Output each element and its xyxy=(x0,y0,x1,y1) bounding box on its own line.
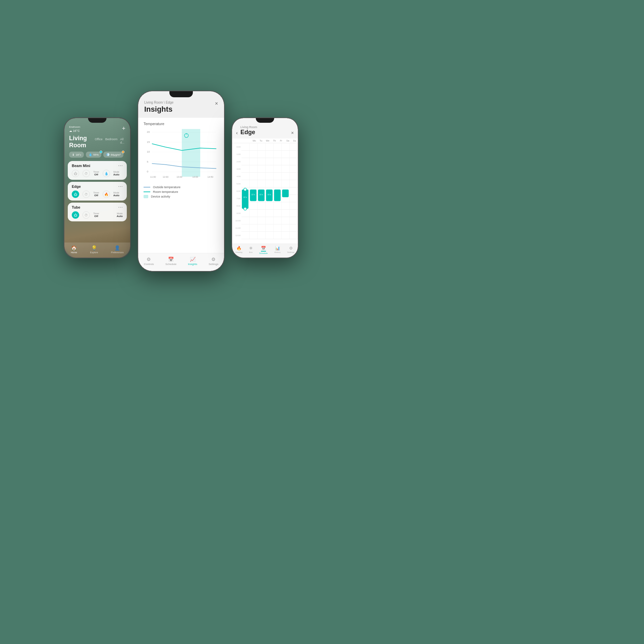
beam-mini-power[interactable]: ⏻ xyxy=(72,170,79,177)
center-power-btn[interactable] xyxy=(224,121,225,133)
beam-mini-timer-label: Timer Off xyxy=(93,171,99,176)
city-label: Eindhoven xyxy=(69,125,80,129)
chart-legend: Outside temperature Room temperature Dev… xyxy=(144,185,219,198)
explore-icon: 💡 xyxy=(91,245,97,251)
nav-explore-label: Explore xyxy=(90,251,98,254)
center-nav-settings[interactable]: ⚙ Settings xyxy=(209,257,218,266)
day-we: We xyxy=(264,139,271,143)
time-8: 8:00 xyxy=(232,202,241,210)
right-nav-heating[interactable]: 🔥 Heating xyxy=(235,246,243,254)
temp-label: ☁ 16°C xyxy=(69,129,80,133)
schedule-nav-icon: 📅 xyxy=(261,246,266,252)
right-settings-icon: ⚙ xyxy=(289,246,293,251)
tube-timer-label: Timer Off xyxy=(93,212,99,218)
warning-badge xyxy=(122,151,124,153)
tube-power[interactable]: ⏻ xyxy=(72,211,79,219)
svg-text:12:00: 12:00 xyxy=(163,176,168,178)
edge-flame[interactable]: 🔥 xyxy=(103,191,110,198)
right-nav-history[interactable]: 📊 History xyxy=(274,246,281,254)
center-nav-insights-label: Insights xyxy=(188,263,197,266)
edge-menu[interactable]: ⋯ xyxy=(118,185,123,188)
sched-row-11 xyxy=(241,224,298,232)
day-th: Th xyxy=(271,139,278,143)
time-9: 9:00 xyxy=(232,210,241,217)
thermometer-icon: 🌡 xyxy=(72,153,75,156)
time-12: 12:00 xyxy=(232,232,241,239)
sched-row-5 xyxy=(241,180,298,187)
right-power-btn[interactable] xyxy=(298,148,299,160)
time-0: 0:00 xyxy=(232,143,241,151)
center-nav-settings-label: Settings xyxy=(209,263,218,266)
sched-row-8 xyxy=(241,202,298,210)
sched-row-3 xyxy=(241,165,298,173)
device-cards: Beam Mini ⋯ ⏻ ⏱ Timer Off 💧 xyxy=(64,161,130,243)
right-nav-settings[interactable]: ⚙ Settings xyxy=(287,246,294,254)
svg-text:20: 20 xyxy=(147,130,150,133)
all-tab[interactable]: All d... xyxy=(120,138,125,144)
tube-menu[interactable]: ⋯ xyxy=(118,206,123,209)
right-close-button[interactable]: × xyxy=(291,130,294,136)
right-nav-schedule[interactable]: 📅 Schedule xyxy=(259,246,268,254)
air-value: 64μg/m² xyxy=(111,153,121,156)
nav-preferences[interactable]: 👤 Preferences xyxy=(111,245,124,254)
time-3: 3:00 xyxy=(232,165,241,173)
close-button[interactable]: × xyxy=(215,101,218,107)
notch xyxy=(88,118,107,123)
weather-icon: ☁ xyxy=(69,129,72,132)
svg-text:5: 5 xyxy=(147,160,149,163)
bedroom-tab[interactable]: Bedroom xyxy=(105,138,118,141)
right-title: Edge xyxy=(240,129,290,136)
office-tab[interactable]: Office xyxy=(95,138,102,141)
stats-row: 🌡 18°c 💧 55% ✓ 💨 64μg/m² xyxy=(64,152,130,161)
beam-mini-mode-label: Mode Auto xyxy=(113,171,119,176)
day-sa: Sa xyxy=(284,139,291,143)
nav-home[interactable]: 🏠 Home xyxy=(71,245,77,254)
sched-row-10 xyxy=(241,217,298,224)
tube-mode-label: Mode Auto xyxy=(117,212,123,218)
sched-row-0 xyxy=(241,143,298,151)
nav-explore[interactable]: 💡 Explore xyxy=(90,245,98,254)
right-nav-eco[interactable]: ❄ Eco xyxy=(249,246,253,254)
settings-icon: ⚙ xyxy=(211,257,216,262)
svg-text:14:00: 14:00 xyxy=(192,176,198,178)
center-nav-controls-label: Controls xyxy=(144,263,154,266)
edge-card: Edge ⋯ ⏻ ⏱ Timer Off 🔥 M xyxy=(68,182,127,201)
air-stat: 💨 64μg/m² xyxy=(103,152,123,158)
right-nav-history-label: History xyxy=(274,251,281,253)
right-breadcrumb: Living Room xyxy=(240,125,290,129)
controls-icon: ⚙ xyxy=(147,257,151,262)
back-button[interactable]: ‹ xyxy=(236,130,238,136)
nav-home-label: Home xyxy=(71,251,77,254)
svg-text:10: 10 xyxy=(147,150,150,153)
beam-mini-timer[interactable]: ⏱ xyxy=(83,170,90,177)
beam-mini-drop[interactable]: 💧 xyxy=(103,170,110,177)
room-name[interactable]: Living Room xyxy=(69,135,92,149)
power-button[interactable] xyxy=(130,148,131,160)
legend-outside-temp: Outside temperature xyxy=(144,185,219,189)
activity-box xyxy=(144,195,148,198)
time-column: 0:00 1:00 2:00 3:00 4:00 5:00 6:00 7:00 … xyxy=(232,143,241,244)
day-su: Su xyxy=(291,139,298,143)
add-button[interactable]: + xyxy=(122,125,125,131)
right-notch xyxy=(256,118,274,123)
edge-power[interactable]: ⏻ xyxy=(72,191,79,198)
bottom-nav: 🏠 Home 💡 Explore 👤 Preferences xyxy=(64,243,130,258)
tube-timer[interactable]: ⏱ xyxy=(83,211,90,219)
center-phone: Living Room \ Edge Insights × Temperatur… xyxy=(138,91,225,272)
tube-name: Tube xyxy=(72,205,80,209)
svg-text:14:50: 14:50 xyxy=(208,176,213,178)
outside-temp-label: Outside temperature xyxy=(153,185,180,189)
humidity-stat: 💧 55% ✓ xyxy=(86,152,101,158)
sched-row-9 xyxy=(241,210,298,217)
center-nav-insights[interactable]: 📈 Insights xyxy=(188,257,197,266)
preferences-icon: 👤 xyxy=(114,245,120,251)
schedule-cells: 21°c 21°c 21°c 21°c xyxy=(241,143,298,244)
center-nav-controls[interactable]: ⚙ Controls xyxy=(144,257,154,266)
beam-mini-menu[interactable]: ⋯ xyxy=(118,165,123,167)
room-temp-line xyxy=(144,192,150,192)
schedule-grid: Mo Tu We Th Fr Sa Su 0:00 1:00 2:00 3 xyxy=(232,139,298,244)
center-nav-schedule[interactable]: 📅 Schedule xyxy=(165,257,176,266)
legend-activity: Device activity xyxy=(144,195,219,198)
edge-timer[interactable]: ⏱ xyxy=(83,191,90,198)
time-7: 7:00 xyxy=(232,195,241,202)
